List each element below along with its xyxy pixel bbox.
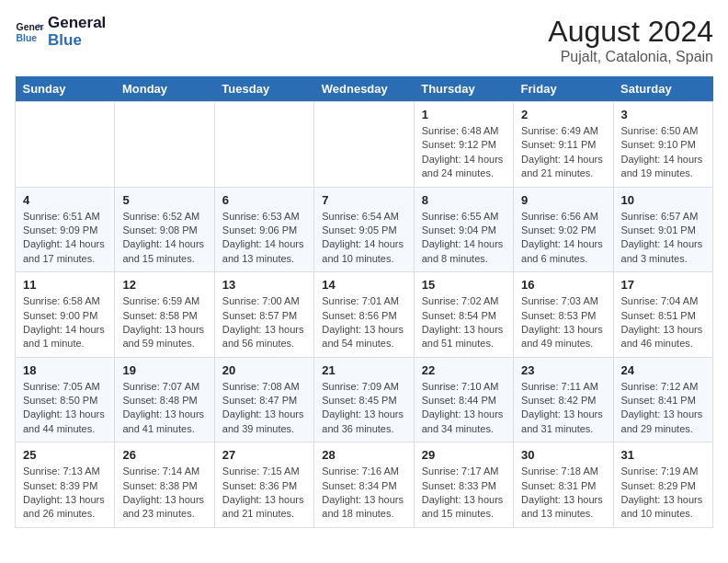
- svg-text:Blue: Blue: [17, 32, 38, 42]
- day-detail: Sunrise: 7:13 AM Sunset: 8:39 PM Dayligh…: [23, 465, 107, 522]
- calendar-day: 26Sunrise: 7:14 AM Sunset: 8:38 PM Dayli…: [115, 442, 214, 528]
- calendar-day: 18Sunrise: 7:05 AM Sunset: 8:50 PM Dayli…: [16, 357, 115, 442]
- calendar-day: [214, 102, 313, 188]
- page-subtitle: Pujalt, Catalonia, Spain: [548, 49, 713, 65]
- day-number: 21: [322, 363, 405, 377]
- day-number: 3: [621, 108, 705, 121]
- day-detail: Sunrise: 6:50 AM Sunset: 9:10 PM Dayligh…: [621, 124, 705, 181]
- day-detail: Sunrise: 7:02 AM Sunset: 8:54 PM Dayligh…: [422, 294, 506, 351]
- day-number: 28: [322, 448, 405, 462]
- day-detail: Sunrise: 7:08 AM Sunset: 8:47 PM Dayligh…: [222, 380, 306, 437]
- day-number: 12: [122, 278, 206, 292]
- calendar-day: 17Sunrise: 7:04 AM Sunset: 8:51 PM Dayli…: [613, 272, 712, 358]
- calendar-header: SundayMondayTuesdayWednesdayThursdayFrid…: [16, 76, 713, 102]
- calendar-day: 30Sunrise: 7:18 AM Sunset: 8:31 PM Dayli…: [514, 442, 613, 528]
- calendar-day: 14Sunrise: 7:01 AM Sunset: 8:56 PM Dayli…: [314, 272, 414, 358]
- day-number: 7: [322, 193, 405, 207]
- day-number: 29: [422, 448, 506, 462]
- calendar-day: 29Sunrise: 7:17 AM Sunset: 8:33 PM Dayli…: [414, 442, 513, 528]
- calendar-day: 22Sunrise: 7:10 AM Sunset: 8:44 PM Dayli…: [414, 357, 513, 442]
- logo: General Blue General Blue: [15, 15, 106, 49]
- day-detail: Sunrise: 7:00 AM Sunset: 8:57 PM Dayligh…: [222, 294, 306, 351]
- calendar-day: 25Sunrise: 7:13 AM Sunset: 8:39 PM Dayli…: [16, 442, 115, 528]
- weekday-header: Monday: [115, 76, 214, 102]
- weekday-header: Tuesday: [214, 76, 313, 102]
- day-detail: Sunrise: 7:03 AM Sunset: 8:53 PM Dayligh…: [521, 294, 605, 351]
- calendar-day: [314, 102, 414, 188]
- day-detail: Sunrise: 6:49 AM Sunset: 9:11 PM Dayligh…: [521, 124, 605, 181]
- day-detail: Sunrise: 6:48 AM Sunset: 9:12 PM Dayligh…: [422, 124, 506, 181]
- day-detail: Sunrise: 6:57 AM Sunset: 9:01 PM Dayligh…: [621, 210, 705, 267]
- day-number: 11: [23, 278, 107, 292]
- svg-text:General: General: [17, 22, 44, 32]
- day-number: 5: [122, 193, 206, 207]
- day-detail: Sunrise: 7:09 AM Sunset: 8:45 PM Dayligh…: [322, 380, 405, 437]
- day-detail: Sunrise: 7:12 AM Sunset: 8:41 PM Dayligh…: [621, 380, 705, 437]
- day-detail: Sunrise: 7:18 AM Sunset: 8:31 PM Dayligh…: [521, 465, 605, 522]
- day-detail: Sunrise: 7:05 AM Sunset: 8:50 PM Dayligh…: [23, 380, 107, 437]
- calendar-day: 2Sunrise: 6:49 AM Sunset: 9:11 PM Daylig…: [514, 102, 613, 188]
- calendar-day: 8Sunrise: 6:55 AM Sunset: 9:04 PM Daylig…: [414, 187, 513, 272]
- calendar-day: 3Sunrise: 6:50 AM Sunset: 9:10 PM Daylig…: [613, 102, 712, 188]
- calendar-day: 7Sunrise: 6:54 AM Sunset: 9:05 PM Daylig…: [314, 187, 414, 272]
- day-number: 8: [422, 193, 506, 207]
- day-number: 10: [621, 193, 705, 207]
- day-detail: Sunrise: 6:56 AM Sunset: 9:02 PM Dayligh…: [521, 210, 605, 267]
- calendar-day: 16Sunrise: 7:03 AM Sunset: 8:53 PM Dayli…: [514, 272, 613, 358]
- calendar-day: 1Sunrise: 6:48 AM Sunset: 9:12 PM Daylig…: [414, 102, 513, 188]
- calendar-day: 21Sunrise: 7:09 AM Sunset: 8:45 PM Dayli…: [314, 357, 414, 442]
- day-number: 17: [621, 278, 705, 292]
- calendar-day: 15Sunrise: 7:02 AM Sunset: 8:54 PM Dayli…: [414, 272, 513, 358]
- day-detail: Sunrise: 7:14 AM Sunset: 8:38 PM Dayligh…: [122, 465, 206, 522]
- day-detail: Sunrise: 6:55 AM Sunset: 9:04 PM Dayligh…: [422, 210, 506, 267]
- day-number: 24: [621, 363, 705, 377]
- page-title: August 2024: [548, 15, 713, 49]
- calendar-week: 4Sunrise: 6:51 AM Sunset: 9:09 PM Daylig…: [16, 187, 713, 272]
- calendar-week: 1Sunrise: 6:48 AM Sunset: 9:12 PM Daylig…: [16, 102, 713, 188]
- day-number: 22: [422, 363, 506, 377]
- logo-line2: Blue: [48, 32, 106, 50]
- day-number: 23: [521, 363, 605, 377]
- day-number: 1: [422, 108, 506, 121]
- page-header: General Blue General Blue August 2024 Pu…: [15, 15, 713, 65]
- calendar-day: 27Sunrise: 7:15 AM Sunset: 8:36 PM Dayli…: [214, 442, 313, 528]
- day-number: 15: [422, 278, 506, 292]
- day-number: 4: [23, 193, 107, 207]
- calendar-day: 10Sunrise: 6:57 AM Sunset: 9:01 PM Dayli…: [613, 187, 712, 272]
- calendar-day: 5Sunrise: 6:52 AM Sunset: 9:08 PM Daylig…: [115, 187, 214, 272]
- logo-icon: General Blue: [15, 17, 44, 47]
- calendar-day: 20Sunrise: 7:08 AM Sunset: 8:47 PM Dayli…: [214, 357, 313, 442]
- calendar-day: [16, 102, 115, 188]
- day-detail: Sunrise: 7:19 AM Sunset: 8:29 PM Dayligh…: [621, 465, 705, 522]
- day-detail: Sunrise: 6:58 AM Sunset: 9:00 PM Dayligh…: [23, 294, 107, 351]
- weekday-header: Friday: [514, 76, 613, 102]
- day-number: 20: [222, 363, 306, 377]
- weekday-header: Wednesday: [314, 76, 414, 102]
- calendar-week: 25Sunrise: 7:13 AM Sunset: 8:39 PM Dayli…: [16, 442, 713, 528]
- calendar-day: 23Sunrise: 7:11 AM Sunset: 8:42 PM Dayli…: [514, 357, 613, 442]
- day-detail: Sunrise: 6:59 AM Sunset: 8:58 PM Dayligh…: [122, 294, 206, 351]
- calendar-day: 9Sunrise: 6:56 AM Sunset: 9:02 PM Daylig…: [514, 187, 613, 272]
- calendar-week: 18Sunrise: 7:05 AM Sunset: 8:50 PM Dayli…: [16, 357, 713, 442]
- calendar-day: 13Sunrise: 7:00 AM Sunset: 8:57 PM Dayli…: [214, 272, 313, 358]
- calendar-day: 4Sunrise: 6:51 AM Sunset: 9:09 PM Daylig…: [16, 187, 115, 272]
- day-number: 27: [222, 448, 306, 462]
- day-number: 25: [23, 448, 107, 462]
- day-detail: Sunrise: 7:16 AM Sunset: 8:34 PM Dayligh…: [322, 465, 405, 522]
- title-block: August 2024 Pujalt, Catalonia, Spain: [548, 15, 713, 65]
- calendar-day: 12Sunrise: 6:59 AM Sunset: 8:58 PM Dayli…: [115, 272, 214, 358]
- calendar-body: 1Sunrise: 6:48 AM Sunset: 9:12 PM Daylig…: [16, 102, 713, 528]
- calendar-table: SundayMondayTuesdayWednesdayThursdayFrid…: [15, 76, 713, 528]
- calendar-day: 19Sunrise: 7:07 AM Sunset: 8:48 PM Dayli…: [115, 357, 214, 442]
- day-detail: Sunrise: 7:15 AM Sunset: 8:36 PM Dayligh…: [222, 465, 306, 522]
- calendar-day: 28Sunrise: 7:16 AM Sunset: 8:34 PM Dayli…: [314, 442, 414, 528]
- day-number: 13: [222, 278, 306, 292]
- day-detail: Sunrise: 7:11 AM Sunset: 8:42 PM Dayligh…: [521, 380, 605, 437]
- day-detail: Sunrise: 7:04 AM Sunset: 8:51 PM Dayligh…: [621, 294, 705, 351]
- weekday-header: Sunday: [16, 76, 115, 102]
- day-detail: Sunrise: 7:07 AM Sunset: 8:48 PM Dayligh…: [122, 380, 206, 437]
- day-number: 16: [521, 278, 605, 292]
- calendar-week: 11Sunrise: 6:58 AM Sunset: 9:00 PM Dayli…: [16, 272, 713, 358]
- day-number: 18: [23, 363, 107, 377]
- calendar-day: [115, 102, 214, 188]
